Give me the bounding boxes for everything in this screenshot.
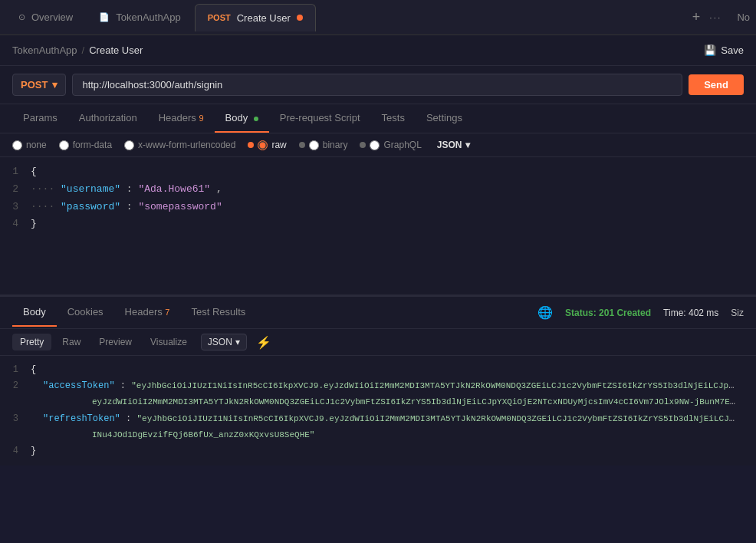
code-line-3: 3 ···· "password" : "somepassword" (0, 199, 756, 216)
fmt-raw[interactable]: Raw (54, 334, 88, 350)
resp-tab-test-results[interactable]: Test Results (180, 298, 256, 327)
code-line-4: 4 } (0, 216, 756, 233)
unsaved-dot (297, 15, 303, 21)
tab-bar: ⊙ Overview 📄 TokenAuthApp POST Create Us… (0, 0, 756, 35)
globe-icon: 🌐 (537, 305, 553, 320)
body-type-graphql[interactable]: GraphQL (360, 140, 421, 150)
response-format-bar: Pretty Raw Preview Visualize JSON ▾ ⚡ (0, 329, 756, 356)
url-input[interactable] (72, 74, 682, 96)
filter-icon[interactable]: ⚡ (256, 335, 271, 350)
tab-tokenauth[interactable]: 📄 TokenAuthApp (87, 4, 193, 31)
resp-line-3b: INu4JOd1DgEvzifFQj6B6fUx_anzZ0xKQxvsU8Se… (0, 427, 756, 443)
save-label: Save (721, 44, 744, 56)
body-type-bar: none form-data x-www-form-urlencoded raw… (0, 133, 756, 157)
body-type-raw[interactable]: raw (248, 140, 286, 150)
resp-tab-cookies[interactable]: Cookies (57, 298, 114, 327)
resp-line-4: 4 } (0, 443, 756, 459)
request-body-editor[interactable]: 1 { 2 ···· "username" : "Ada.Howe61" , 3… (0, 157, 756, 295)
resp-json-label: JSON (208, 337, 232, 347)
tab-pre-request[interactable]: Pre-request Script (269, 104, 371, 133)
tab-create-user[interactable]: POST Create User (195, 4, 316, 31)
tab-settings[interactable]: Settings (416, 104, 473, 133)
resp-line-2b: eyJzdWIiOiI2MmM2MDI3MTA5YTJkN2RkOWM0NDQ3… (0, 394, 756, 410)
resp-tab-body[interactable]: Body (12, 298, 57, 327)
response-section: Body Cookies Headers 7 Test Results 🌐 St… (0, 295, 756, 466)
resp-tab-headers[interactable]: Headers 7 (114, 298, 181, 327)
breadcrumb-bar: TokenAuthApp / Create User 💾 Save (0, 35, 756, 66)
tab-overview-label: Overview (31, 12, 73, 23)
raw-dot (248, 142, 254, 148)
tab-tokenauth-label: TokenAuthApp (116, 12, 181, 23)
breadcrumb-app[interactable]: TokenAuthApp (12, 44, 77, 56)
more-tabs-button[interactable]: ··· (709, 12, 721, 23)
status-badge: Status: 201 Created (565, 308, 651, 318)
json-chevron-icon: ▾ (465, 140, 470, 150)
body-type-none[interactable]: none (12, 140, 47, 150)
code-line-2: 2 ···· "username" : "Ada.Howe61" , (0, 181, 756, 199)
tab-actions: + ··· No (692, 9, 750, 25)
nav-tabs: Params Authorization Headers 9 Body Pre-… (0, 104, 756, 133)
body-type-form-data[interactable]: form-data (59, 140, 112, 150)
body-active-dot (254, 117, 258, 121)
response-time: Time: 402 ms (663, 308, 718, 318)
resp-json-format-select[interactable]: JSON ▾ (201, 334, 247, 350)
body-type-binary[interactable]: binary (299, 140, 348, 150)
resp-line-3: 3 "refreshToken" : "eyJhbGciOiJIUzI1NiIs… (0, 411, 756, 427)
tab-overview[interactable]: ⊙ Overview (6, 4, 85, 31)
tab-body[interactable]: Body (215, 104, 269, 133)
file-icon: 📄 (99, 12, 110, 22)
resp-line-1: 1 { (0, 362, 756, 378)
request-bar: POST ▾ Send (0, 66, 756, 104)
breadcrumb: TokenAuthApp / Create User (12, 44, 143, 56)
graphql-dot (360, 142, 366, 148)
fmt-visualize[interactable]: Visualize (143, 334, 195, 350)
send-button[interactable]: Send (689, 74, 744, 95)
fmt-pretty[interactable]: Pretty (12, 334, 51, 350)
response-size-label: Siz (731, 308, 744, 318)
method-label: POST (21, 79, 48, 90)
post-method-label: POST (208, 13, 231, 22)
tab-params[interactable]: Params (12, 104, 68, 133)
response-body: 1 { 2 "accessToken" : "eyJhbGciOiJIUzI1N… (0, 356, 756, 466)
method-select[interactable]: POST ▾ (12, 74, 66, 96)
tab-create-user-label: Create User (237, 12, 291, 24)
overview-icon: ⊙ (18, 12, 25, 22)
tab-authorization[interactable]: Authorization (68, 104, 148, 133)
breadcrumb-current: Create User (89, 44, 143, 56)
json-format-select[interactable]: JSON ▾ (437, 140, 470, 150)
response-header: Body Cookies Headers 7 Test Results 🌐 St… (0, 297, 756, 329)
no-label: No (737, 12, 750, 23)
fmt-preview[interactable]: Preview (91, 334, 140, 350)
method-chevron-icon: ▾ (52, 79, 58, 90)
tab-tests[interactable]: Tests (371, 104, 416, 133)
body-type-urlencoded[interactable]: x-www-form-urlencoded (124, 140, 235, 150)
binary-dot (299, 142, 305, 148)
response-status-bar: 🌐 Status: 201 Created Time: 402 ms Siz (537, 305, 744, 320)
save-button[interactable]: 💾 Save (704, 44, 744, 56)
resp-json-chevron-icon: ▾ (235, 337, 240, 347)
save-icon: 💾 (704, 44, 716, 56)
json-label: JSON (437, 140, 462, 150)
code-line-1: 1 { (0, 163, 756, 181)
breadcrumb-sep: / (82, 44, 85, 56)
add-tab-button[interactable]: + (692, 9, 701, 25)
tab-headers[interactable]: Headers 9 (148, 104, 215, 133)
resp-line-2: 2 "accessToken" : "eyJhbGciOiJIUzI1NiIsI… (0, 378, 756, 394)
